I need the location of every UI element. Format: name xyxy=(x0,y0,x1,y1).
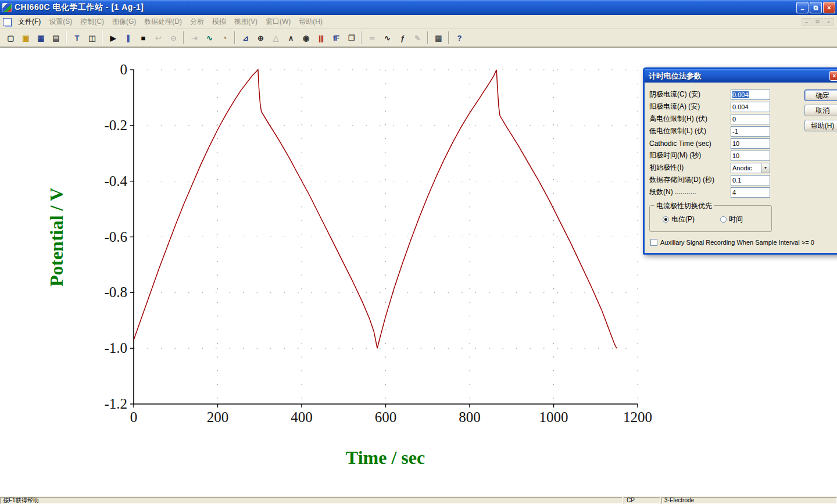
menu-item[interactable]: 分析 xyxy=(186,15,208,28)
special-plot-icon[interactable]: ◉ xyxy=(299,31,313,45)
field-value: 0.1 xyxy=(732,177,741,184)
status-help-text: 按F1获得帮助 xyxy=(0,497,623,504)
menu-items: 文件(F)设置(S)控制(C)图像(G)数据处理(D)分析模拟视图(V)窗口(W… xyxy=(14,15,327,28)
toolbar-separator xyxy=(361,31,362,44)
status-technique: CP xyxy=(624,497,660,504)
field-input[interactable]: 10 xyxy=(731,151,770,161)
child-restore-button[interactable]: ⧉ xyxy=(813,18,822,26)
x-tick-label: 0 xyxy=(130,409,138,425)
close-button[interactable]: × xyxy=(823,2,835,13)
peak-definition-icon[interactable]: ∧ xyxy=(284,31,298,45)
field-label: 高电位限制(H) (伏) xyxy=(649,114,731,124)
menu-item[interactable]: 数据处理(D) xyxy=(140,15,186,28)
run-status-clock-icon[interactable]: ◔ xyxy=(217,31,231,45)
menu-item[interactable]: 设置(S) xyxy=(45,15,76,28)
sine-wave-icon[interactable]: ∿ xyxy=(380,31,394,45)
chart-axes xyxy=(130,70,638,408)
color-map-icon[interactable]: ||| xyxy=(314,31,328,45)
run-experiment-icon[interactable]: ▶ xyxy=(106,31,120,45)
frequency-wave-icon[interactable]: ƒ xyxy=(395,31,409,45)
child-window-icon[interactable] xyxy=(3,18,12,26)
print-icon[interactable]: ▤ xyxy=(49,31,63,45)
group-title: 电流极性切换优先 xyxy=(654,201,714,211)
menu-item[interactable]: 帮助(H) xyxy=(295,15,327,28)
y-axis-title: Potential / V xyxy=(46,188,67,287)
y-tick-label: -1.2 xyxy=(104,396,127,412)
zoom-icon[interactable]: ⊕ xyxy=(253,31,267,45)
radio-unchecked-icon xyxy=(720,216,727,223)
font-size-icon[interactable]: fF xyxy=(329,31,343,45)
smooth-wave-icon[interactable]: ∿ xyxy=(202,31,216,45)
minimize-button[interactable]: – xyxy=(796,2,809,13)
dialog-field-row: Cathodic Time (sec)10 xyxy=(649,137,770,149)
stop-icon[interactable]: ■ xyxy=(136,31,150,45)
dialog-field-row: 低电位限制(L) (伏)-1 xyxy=(649,125,770,137)
toolbar-separator xyxy=(66,31,67,44)
menu-item[interactable]: 文件(F) xyxy=(14,15,45,28)
baseline-wave-icon: ≂ xyxy=(365,31,379,45)
context-help-icon[interactable]: ? xyxy=(452,31,466,45)
field-label: 段数(N) ........... xyxy=(649,187,731,197)
x-tick-label: 1200 xyxy=(623,409,652,425)
peak-analysis-icon: △ xyxy=(269,31,282,45)
child-close-button[interactable]: × xyxy=(824,18,834,26)
field-value: 0.004 xyxy=(732,103,749,110)
open-file-icon[interactable]: ▣ xyxy=(19,31,33,45)
menu-item[interactable]: 控制(C) xyxy=(76,15,108,28)
titlebar: CHI660C 电化学工作站 - [1 Ag-1] – ⧉ × xyxy=(0,0,837,15)
field-label: Cathodic Time (sec) xyxy=(649,140,731,148)
menu-item[interactable]: 图像(G) xyxy=(108,15,140,28)
radio-potential[interactable]: 电位(P) xyxy=(663,215,695,224)
ok-button[interactable]: 确定 xyxy=(804,90,837,101)
new-file-icon[interactable]: ▢ xyxy=(3,31,17,45)
menubar: 文件(F)设置(S)控制(C)图像(G)数据处理(D)分析模拟视图(V)窗口(W… xyxy=(0,15,837,29)
restore-button[interactable]: ⧉ xyxy=(810,2,822,13)
present-data-plot-icon[interactable]: ⊿ xyxy=(238,31,252,45)
field-input[interactable]: 10 xyxy=(731,138,770,149)
dialog-titlebar[interactable]: 计时电位法参数 × xyxy=(645,69,837,83)
chevron-down-icon[interactable]: ▼ xyxy=(761,163,770,173)
dialog-field-row: 高电位限制(H) (伏)0 xyxy=(649,113,770,125)
restore-icon: ⧉ xyxy=(814,4,818,12)
help-button[interactable]: 帮助(H) xyxy=(804,120,837,131)
auxiliary-signal-checkbox[interactable]: Auxiliary Signal Recording When Sample I… xyxy=(650,239,814,246)
checkbox-icon xyxy=(650,239,657,246)
field-input[interactable]: 0.004 xyxy=(731,90,770,100)
text-tool-icon[interactable]: T xyxy=(70,31,84,45)
window-layout-icon[interactable]: ◫ xyxy=(85,31,99,45)
radio-time[interactable]: 时间 xyxy=(720,215,743,224)
checkbox-label: Auxiliary Signal Recording When Sample I… xyxy=(660,239,814,246)
baseline-fit-icon: ✎ xyxy=(410,31,424,45)
toolbar-separator xyxy=(234,31,235,44)
dialog-close-button[interactable]: × xyxy=(829,71,837,81)
chart-grid xyxy=(134,70,638,404)
data-list-icon[interactable]: ▦ xyxy=(431,31,445,45)
field-input[interactable]: -1 xyxy=(731,126,770,137)
radio-label: 时间 xyxy=(729,215,743,224)
field-input[interactable]: 4 xyxy=(731,187,770,198)
toolbar-separator xyxy=(102,31,103,44)
pause-icon[interactable]: ∥ xyxy=(121,31,135,45)
x-tick-label: 800 xyxy=(459,409,481,425)
app-icon xyxy=(2,3,12,12)
field-input[interactable]: 0.1 xyxy=(731,175,770,185)
save-icon[interactable]: ▦ xyxy=(34,31,48,45)
y-tick-label: -1.0 xyxy=(104,340,127,356)
field-value: 0 xyxy=(732,116,736,123)
copy-to-clipboard-icon[interactable]: ❐ xyxy=(344,31,358,45)
field-label: 阳极电流(A) (安) xyxy=(649,102,731,112)
cancel-button[interactable]: 取消 xyxy=(804,105,837,116)
menu-item[interactable]: 视图(V) xyxy=(230,15,262,28)
toolbar-separator xyxy=(427,31,428,44)
child-minimize-button[interactable]: – xyxy=(802,18,811,26)
select-value: Anodic xyxy=(731,165,761,171)
menu-item[interactable]: 模拟 xyxy=(208,15,230,28)
x-tick-label: 400 xyxy=(291,409,313,425)
field-value: 4 xyxy=(732,189,736,196)
radio-checked-icon xyxy=(663,216,669,223)
initial-polarity-select[interactable]: Anodic▼ xyxy=(731,163,770,173)
x-axis-title: Time / sec xyxy=(346,447,425,468)
field-input[interactable]: 0.004 xyxy=(731,102,770,112)
field-input[interactable]: 0 xyxy=(731,114,770,124)
menu-item[interactable]: 窗口(W) xyxy=(262,15,295,28)
